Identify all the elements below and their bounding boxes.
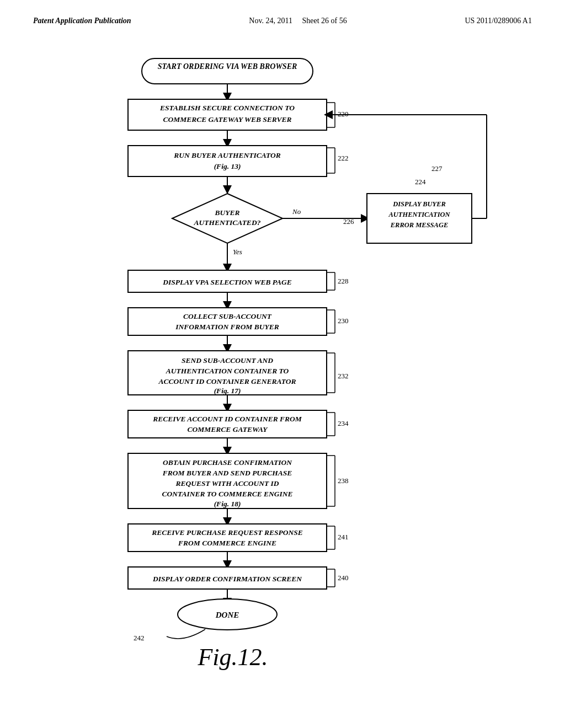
svg-text:241: 241 [338, 533, 349, 541]
header-publication: Patent Application Publication [33, 17, 131, 25]
svg-text:232: 232 [338, 372, 349, 380]
svg-text:DONE: DONE [215, 611, 239, 619]
svg-text:RECEIVE ACCOUNT ID CONTAINER F: RECEIVE ACCOUNT ID CONTAINER FROM [152, 415, 302, 423]
svg-text:AUTHENTICATION: AUTHENTICATION [388, 211, 450, 218]
svg-text:227: 227 [431, 164, 443, 173]
svg-text:OBTAIN PURCHASE CONFIRMATION: OBTAIN PURCHASE CONFIRMATION [163, 458, 292, 467]
header-date: Nov. 24, 2011 [249, 17, 292, 25]
header-sheet: Sheet 26 of 56 [302, 17, 347, 25]
svg-text:COMMERCE GATEWAY: COMMERCE GATEWAY [188, 425, 269, 433]
svg-text:START ORDERING VIA WEB BROWSER: START ORDERING VIA WEB BROWSER [158, 62, 297, 71]
page: Patent Application Publication Nov. 24, … [0, 0, 565, 728]
svg-text:DISPLAY BUYER: DISPLAY BUYER [392, 200, 446, 208]
svg-text:REQUEST WITH ACCOUNT ID: REQUEST WITH ACCOUNT ID [175, 479, 279, 488]
svg-text:DISPLAY ORDER CONFIRMATION SCR: DISPLAY ORDER CONFIRMATION SCREEN [152, 575, 302, 583]
svg-text:AUTHENTICATION CONTAINER TO: AUTHENTICATION CONTAINER TO [166, 367, 289, 375]
svg-text:SEND SUB-ACCOUNT AND: SEND SUB-ACCOUNT AND [182, 356, 273, 365]
svg-text:234: 234 [338, 419, 349, 427]
svg-text:(Fig. 13): (Fig. 13) [214, 162, 241, 170]
svg-text:ERROR MESSAGE: ERROR MESSAGE [390, 221, 449, 229]
svg-text:INFORMATION FROM BUYER: INFORMATION FROM BUYER [175, 323, 279, 331]
header-date-sheet: Nov. 24, 2011 Sheet 26 of 56 [249, 17, 347, 25]
svg-text:ACCOUNT ID CONTAINER GENERATOR: ACCOUNT ID CONTAINER GENERATOR [158, 377, 296, 386]
header: Patent Application Publication Nov. 24, … [33, 17, 532, 25]
svg-text:RECEIVE PURCHASE REQUEST RESPO: RECEIVE PURCHASE REQUEST RESPONSE [151, 528, 302, 537]
svg-text:240: 240 [338, 574, 349, 582]
svg-text:RUN BUYER AUTHENTICATOR: RUN BUYER AUTHENTICATOR [173, 151, 281, 159]
svg-text:230: 230 [338, 317, 349, 325]
svg-text:220: 220 [338, 110, 349, 118]
header-patent-num: US 2011/0289006 A1 [465, 17, 532, 25]
svg-text:224: 224 [415, 178, 426, 186]
svg-text:COLLECT SUB-ACCOUNT: COLLECT SUB-ACCOUNT [183, 312, 272, 320]
flowchart-svg: START ORDERING VIA WEB BROWSER ESTABLISH… [45, 47, 520, 693]
svg-rect-11 [128, 146, 327, 176]
svg-text:FROM BUYER AND SEND PURCHASE: FROM BUYER AND SEND PURCHASE [162, 469, 292, 477]
svg-text:No: No [292, 207, 301, 216]
svg-text:238: 238 [338, 477, 349, 485]
svg-text:BUYER: BUYER [214, 208, 239, 217]
svg-text:242: 242 [134, 634, 145, 642]
svg-text:FROM COMMERCE ENGINE: FROM COMMERCE ENGINE [178, 539, 276, 547]
svg-text:CONTAINER TO COMMERCE ENGINE: CONTAINER TO COMMERCE ENGINE [162, 490, 292, 498]
svg-text:ESTABLISH SECURE CONNECTION TO: ESTABLISH SECURE CONNECTION TO [159, 104, 295, 112]
svg-text:AUTHENTICATED?: AUTHENTICATED? [194, 218, 261, 227]
svg-text:DISPLAY VPA SELECTION WEB PAGE: DISPLAY VPA SELECTION WEB PAGE [162, 278, 292, 286]
svg-text:222: 222 [338, 154, 349, 162]
svg-text:Yes: Yes [233, 248, 242, 256]
svg-text:COMMERCE GATEWAY WEB SERVER: COMMERCE GATEWAY WEB SERVER [163, 115, 291, 124]
flowchart-container: START ORDERING VIA WEB BROWSER ESTABLISH… [45, 47, 520, 693]
svg-text:(Fig. 17): (Fig. 17) [214, 387, 241, 395]
svg-text:(Fig. 18): (Fig. 18) [214, 500, 241, 508]
svg-text:228: 228 [338, 277, 349, 285]
svg-text:Fig.12.: Fig.12. [197, 644, 268, 671]
